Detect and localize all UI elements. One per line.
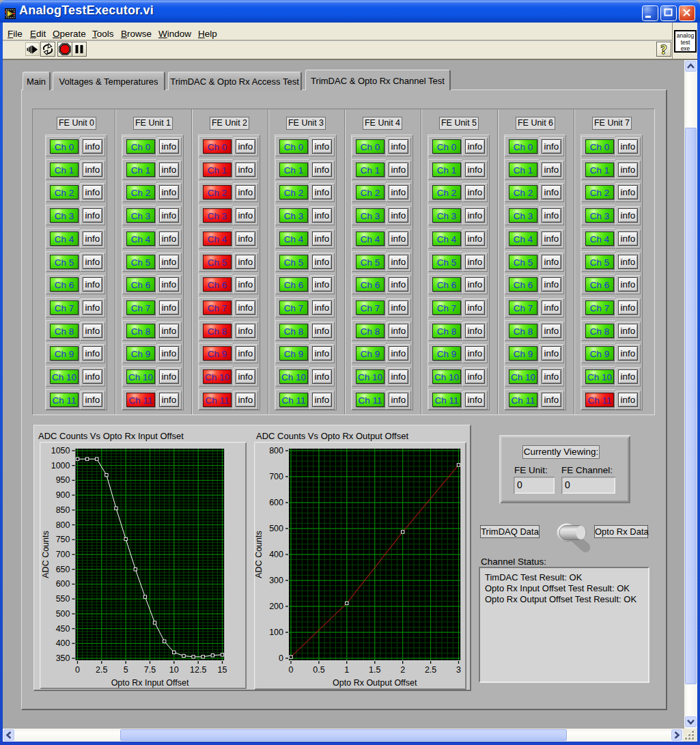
svg-text:1050: 1050 (51, 446, 70, 455)
svg-text:1000: 1000 (51, 461, 70, 470)
svg-text:800: 800 (56, 520, 70, 530)
svg-text:15: 15 (218, 665, 227, 675)
svg-text:700: 700 (56, 550, 70, 559)
svg-text:10: 10 (169, 665, 179, 675)
svg-text:12.5: 12.5 (190, 665, 206, 675)
svg-text:ADC Counts: ADC Counts (254, 531, 264, 578)
svg-text:400: 400 (56, 638, 70, 648)
svg-text:900: 900 (56, 490, 70, 500)
svg-text:350: 350 (56, 653, 70, 663)
svg-text:0: 0 (279, 653, 283, 663)
svg-text:Opto Rx Input Offset: Opto Rx Input Offset (111, 678, 189, 688)
svg-text:600: 600 (269, 498, 283, 507)
svg-text:450: 450 (56, 624, 70, 634)
svg-text:3: 3 (456, 665, 461, 675)
svg-text:500: 500 (56, 609, 70, 619)
svg-text:0: 0 (289, 665, 294, 675)
svg-text:2.5: 2.5 (425, 665, 436, 675)
svg-text:1: 1 (344, 665, 349, 675)
svg-text:850: 850 (56, 505, 70, 515)
svg-text:300: 300 (269, 576, 283, 585)
svg-text:2: 2 (400, 665, 405, 675)
svg-text:ADC Counts: ADC Counts (41, 531, 51, 578)
svg-text:800: 800 (269, 446, 283, 455)
svg-text:550: 550 (56, 594, 70, 604)
svg-text:500: 500 (269, 524, 283, 533)
svg-text:Opto Rx Output Offset: Opto Rx Output Offset (333, 678, 417, 688)
svg-text:0.5: 0.5 (313, 665, 324, 675)
svg-text:950: 950 (56, 475, 70, 485)
svg-text:750: 750 (56, 535, 70, 544)
svg-text:700: 700 (269, 472, 283, 481)
svg-text:400: 400 (269, 550, 283, 559)
svg-text:7.5: 7.5 (144, 665, 156, 675)
svg-text:600: 600 (56, 579, 70, 589)
svg-text:5: 5 (124, 665, 128, 675)
svg-text:100: 100 (269, 628, 283, 637)
svg-text:?: ? (661, 43, 667, 57)
svg-text:1.5: 1.5 (369, 665, 380, 675)
svg-text:200: 200 (269, 602, 283, 611)
svg-text:2.5: 2.5 (96, 665, 107, 675)
svg-text:0: 0 (75, 665, 80, 675)
svg-text:650: 650 (56, 565, 70, 574)
